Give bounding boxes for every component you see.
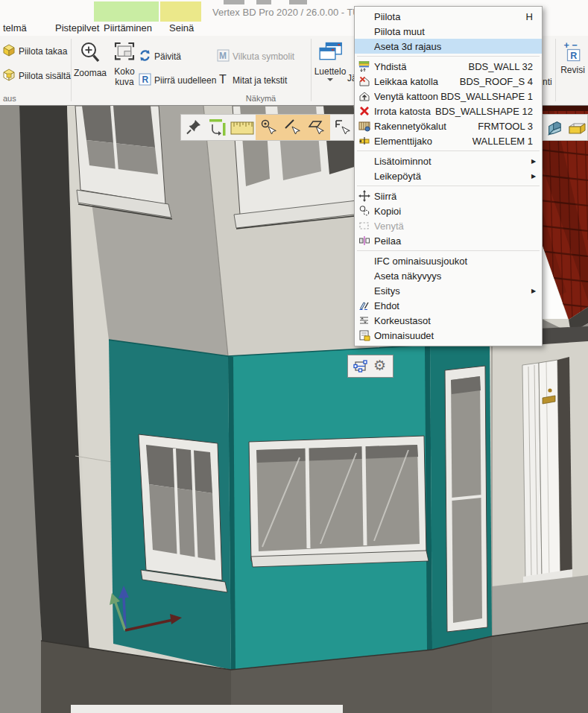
- submenu-arrow-icon: ▶: [531, 288, 537, 294]
- list-dropdown-caret-icon[interactable]: [327, 78, 333, 81]
- menu-item-ifc-ominaisuusjoukot[interactable]: IFC ominaisuusjoukot: [355, 253, 542, 268]
- fit-view-label-2: kuva: [109, 77, 140, 87]
- revision-button[interactable]: + −R Revisi: [557, 40, 588, 75]
- hide-inside-label: Piilota sisältä: [19, 71, 71, 81]
- transform-handles-icon[interactable]: [353, 359, 369, 377]
- menu-item-ehdot[interactable]: Ehdot: [355, 298, 542, 313]
- snap-line-icon[interactable]: [284, 118, 302, 139]
- foundation-right[interactable]: [492, 623, 588, 713]
- fit-view-label-1: Koko: [109, 66, 140, 77]
- menu-item-lisatoiminnot[interactable]: Lisätoiminnot▶: [355, 153, 542, 168]
- redraw-label: Piirrä uudelleen: [154, 75, 216, 86]
- menu-item-esitys[interactable]: Esitys▶: [355, 283, 542, 298]
- tab-pistepilvet[interactable]: Pistepilvet: [55, 22, 99, 34]
- snap-center-icon[interactable]: [259, 118, 277, 139]
- menu-item-venyta-kattoon[interactable]: Venytä kattoonBDS_WALLSHAPE 1: [355, 89, 542, 104]
- menu-item-peilaa[interactable]: Peilaa: [355, 233, 542, 248]
- menu-item-rakennetyokalut[interactable]: RakennetyökalutFRMTOOL 3: [355, 118, 542, 133]
- entry-door[interactable]: [522, 357, 572, 589]
- tab-jarjestelma[interactable]: telmä: [3, 22, 27, 34]
- menu-item-ominaisuudet[interactable]: Ominaisuudet: [355, 328, 542, 343]
- fit-view-button[interactable]: Koko kuva: [109, 40, 140, 87]
- contextual-tab-group-green: [94, 1, 159, 22]
- zoom-icon: [78, 57, 102, 68]
- revision-icon: + −R: [562, 54, 584, 65]
- list-button[interactable]: Luettelo: [313, 40, 347, 81]
- list-windows-icon: [317, 56, 344, 66]
- properties-icon: [355, 329, 374, 341]
- ribbon-fragment-nti: nti: [543, 77, 552, 87]
- group-divider: [71, 39, 72, 101]
- window-bay-return-tall[interactable]: [445, 366, 487, 632]
- pin-icon[interactable]: [185, 118, 203, 139]
- ruler-icon[interactable]: [230, 121, 254, 139]
- menu-item-kopioi[interactable]: Kopioi: [355, 203, 542, 218]
- menu-item-piilota-muut[interactable]: Piilota muut: [355, 24, 542, 39]
- refresh-button[interactable]: Päivitä: [139, 49, 181, 64]
- snap-edge-icon[interactable]: [333, 118, 351, 139]
- hide-behind-button[interactable]: Piilota takaa: [2, 43, 67, 59]
- viewport-toolbar-right: [543, 114, 588, 141]
- zoom-button[interactable]: Zoomaa: [73, 40, 107, 78]
- window-bay-front[interactable]: [249, 436, 429, 567]
- menu-item-leikepoyta[interactable]: Leikepöytä▶: [355, 168, 542, 183]
- copy-icon: [355, 205, 374, 217]
- mini-toolbar: ⚙: [347, 355, 393, 378]
- snap-face-icon[interactable]: [308, 118, 326, 139]
- svg-text:R: R: [570, 51, 577, 61]
- group-divider: [311, 39, 312, 101]
- dims-texts-label: Mitat ja tekstit: [233, 75, 287, 86]
- stretch-handles-icon[interactable]: [207, 118, 227, 140]
- revision-label: Revisi: [557, 65, 588, 75]
- refresh-label: Päivitä: [154, 51, 181, 62]
- submenu-arrow-icon: ▶: [531, 158, 537, 165]
- refresh-icon: [139, 49, 151, 64]
- menu-item-irrota-katosta[interactable]: Irrota katostaBDS_WALLSHAPE 12: [355, 104, 542, 118]
- group-divider: [555, 39, 556, 101]
- quick-access-fragment: [289, 0, 307, 4]
- redraw-icon: R: [139, 73, 151, 88]
- list-label: Luettelo: [313, 66, 347, 77]
- hide-behind-label: Piilota takaa: [19, 46, 67, 57]
- window-upper-left[interactable]: [75, 106, 172, 219]
- menu-item-elementtijako[interactable]: ElementtijakoWALLELEM 1: [355, 133, 542, 148]
- contextual-tab-group-yellow: [160, 1, 201, 22]
- menu-item-aseta-3d-rajaus[interactable]: Aseta 3d rajaus: [355, 39, 542, 54]
- hide-inside-cube-icon: [2, 68, 16, 83]
- redraw-button[interactable]: R Piirrä uudelleen: [139, 73, 216, 88]
- dims-texts-icon: T: [218, 73, 230, 88]
- tab-piirtaminen[interactable]: Piirtäminen: [104, 22, 152, 34]
- mirror-icon: [355, 235, 374, 247]
- detach-from-roof-icon: [355, 105, 374, 117]
- tab-seina[interactable]: Seinä: [169, 22, 194, 34]
- menu-separator: [355, 183, 542, 188]
- move-icon: [355, 190, 374, 202]
- fit-view-icon: [113, 56, 136, 66]
- framing-tools-icon: [355, 120, 374, 132]
- iso-view-icon[interactable]: [546, 119, 564, 140]
- element-division-icon: [355, 135, 374, 147]
- hide-inside-button[interactable]: Piilota sisältä: [2, 68, 71, 83]
- menu-item-leikkaa-katolla[interactable]: Leikkaa katollaBDS_ROOF_S 4: [355, 74, 542, 89]
- menu-item-piilota[interactable]: PiilotaH: [355, 9, 542, 24]
- menu-item-siirra[interactable]: Siirrä: [355, 188, 542, 203]
- merge-walls-icon: [355, 60, 374, 72]
- menu-separator: [355, 248, 542, 253]
- window-bay-left[interactable]: [139, 434, 227, 592]
- stretch-icon: [355, 220, 374, 232]
- submenu-arrow-icon: ▶: [531, 173, 537, 180]
- menu-separator: [355, 54, 542, 59]
- menu-item-korkeustasot[interactable]: Korkeustasot: [355, 313, 542, 328]
- context-menu: PiilotaH Piilota muut Aseta 3d rajaus Yh…: [354, 6, 543, 346]
- settings-gear-icon[interactable]: ⚙: [373, 357, 386, 374]
- blink-symbols-icon: M: [217, 49, 230, 64]
- box-3d-icon[interactable]: [567, 119, 587, 140]
- conditions-icon: [355, 300, 374, 311]
- blink-symbols-button[interactable]: M Vilkuta symbolit: [217, 49, 294, 64]
- hide-behind-cube-icon: [2, 43, 16, 59]
- menu-item-yhdista[interactable]: YhdistäBDS_WALL 32: [355, 59, 542, 74]
- vertex-bd-application-window: telmä Pistepilvet Piirtäminen Seinä Vert…: [0, 0, 588, 713]
- dims-texts-button[interactable]: T Mitat ja tekstit: [218, 73, 287, 88]
- menu-item-aseta-nakyvyys[interactable]: Aseta näkyvyys: [355, 268, 542, 283]
- menu-item-venyta[interactable]: Venytä: [355, 218, 542, 233]
